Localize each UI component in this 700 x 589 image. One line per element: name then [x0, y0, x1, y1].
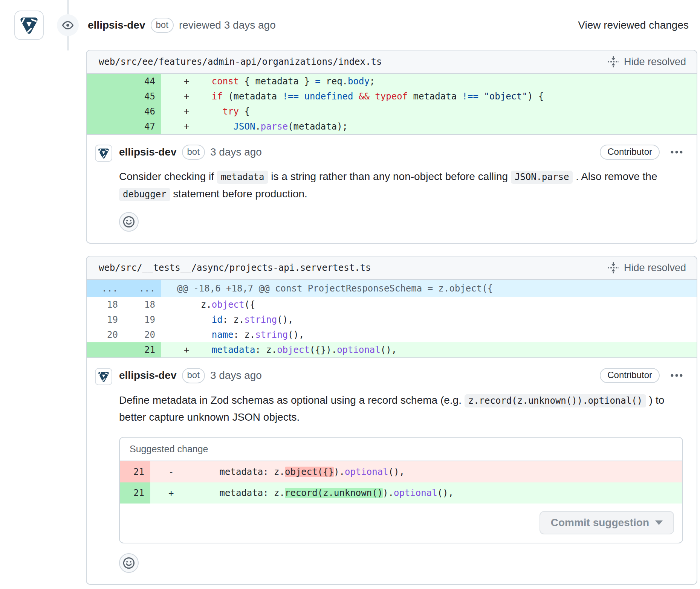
ellipsis-logo-icon — [97, 370, 110, 383]
suggestion-diff-row: 21+ metadata: z.record(z.unknown()).opti… — [120, 482, 682, 504]
review-comment: ellipsis-dev bot 3 days ago Contributor … — [87, 358, 697, 584]
hide-resolved-button[interactable]: Hide resolved — [607, 56, 686, 68]
hide-resolved-label: Hide resolved — [624, 262, 686, 274]
add-reaction-button[interactable] — [119, 553, 139, 573]
diff-row: ......@@ -18,6 +18,7 @@ const ProjectRes… — [87, 280, 697, 297]
hide-resolved-button[interactable]: Hide resolved — [607, 262, 686, 274]
comment-body: Define metadata in Zod schemas as option… — [119, 392, 683, 426]
reviewer-name[interactable]: ellipsis-dev — [88, 19, 145, 31]
diff-row: 21+ metadata: z.object({}).optional(), — [87, 342, 697, 357]
review-action-text: reviewed 3 days ago — [179, 19, 276, 31]
caret-down-icon — [655, 520, 663, 525]
diff-row: 46+ try { — [87, 104, 697, 119]
author-association-badge: Contributor — [600, 145, 660, 160]
comment-author[interactable]: ellipsis-dev — [119, 369, 177, 381]
bot-badge: bot — [182, 368, 205, 383]
diff-row: 47+ JSON.parse(metadata); — [87, 119, 697, 134]
kebab-icon — [670, 373, 683, 378]
diff-row: 44+ const { metadata } = req.body; — [87, 74, 697, 89]
suggested-change-block: Suggested change 21- metadata: z.object(… — [119, 437, 683, 543]
ellipsis-logo-icon — [97, 147, 110, 160]
add-reaction-button[interactable] — [119, 212, 139, 232]
review-header: ellipsis-dev bot reviewed 3 days ago Vie… — [0, 0, 700, 40]
comment-avatar[interactable] — [95, 368, 112, 385]
view-reviewed-changes-link[interactable]: View reviewed changes — [578, 19, 689, 31]
suggested-change-diff: 21- metadata: z.object({}).optional(),21… — [120, 461, 682, 504]
commit-suggestion-label: Commit suggestion — [551, 517, 649, 529]
comment-timestamp[interactable]: 3 days ago — [210, 369, 262, 381]
file-header: web/src/ee/features/admin-api/organizati… — [87, 50, 697, 74]
bot-badge: bot — [151, 18, 174, 33]
review-comment: ellipsis-dev bot 3 days ago Contributor … — [87, 135, 697, 243]
smiley-icon — [123, 557, 135, 569]
eye-icon — [57, 14, 79, 36]
fold-icon — [607, 56, 619, 68]
comment-author[interactable]: ellipsis-dev — [119, 146, 177, 158]
ellipsis-logo-icon — [18, 15, 40, 36]
comment-options-button[interactable] — [670, 373, 683, 378]
review-cards: web/src/ee/features/admin-api/organizati… — [86, 50, 697, 585]
comment-header: ellipsis-dev bot 3 days ago Contributor — [119, 145, 683, 160]
diff-row: 45+ if (metadata !== undefined && typeof… — [87, 89, 697, 104]
kebab-icon — [670, 150, 683, 154]
file-path-link[interactable]: web/src/ee/features/admin-api/organizati… — [99, 56, 382, 67]
diff-row: 1919 id: z.string(), — [87, 312, 697, 327]
author-association-badge: Contributor — [600, 368, 660, 383]
bot-badge: bot — [182, 145, 205, 160]
review-thread-card-1: web/src/ee/features/admin-api/organizati… — [86, 50, 697, 244]
diff-row: 1818 z.object({ — [87, 297, 697, 312]
suggested-change-title: Suggested change — [120, 438, 682, 461]
hide-resolved-label: Hide resolved — [624, 56, 686, 68]
commit-suggestion-button[interactable]: Commit suggestion — [540, 511, 674, 534]
comment-header: ellipsis-dev bot 3 days ago Contributor — [119, 368, 683, 383]
review-thread-card-2: web/src/__tests__/async/projects-api.ser… — [86, 256, 697, 585]
comment-options-button[interactable] — [670, 150, 683, 154]
diff-row: 2020 name: z.string(), — [87, 327, 697, 342]
comment-timestamp[interactable]: 3 days ago — [210, 146, 262, 158]
file-path-link[interactable]: web/src/__tests__/async/projects-api.ser… — [99, 262, 371, 273]
fold-icon — [607, 262, 619, 274]
comment-body: Consider checking if metadata is a strin… — [119, 168, 683, 202]
reviewer-avatar[interactable] — [14, 11, 44, 40]
code-diff: 44+ const { metadata } = req.body;45+ if… — [87, 74, 697, 135]
file-header: web/src/__tests__/async/projects-api.ser… — [87, 256, 697, 280]
comment-avatar[interactable] — [95, 145, 112, 162]
smiley-icon — [123, 216, 135, 228]
code-diff: ......@@ -18,6 +18,7 @@ const ProjectRes… — [87, 280, 697, 358]
suggestion-diff-row: 21- metadata: z.object({}).optional(), — [120, 461, 682, 482]
